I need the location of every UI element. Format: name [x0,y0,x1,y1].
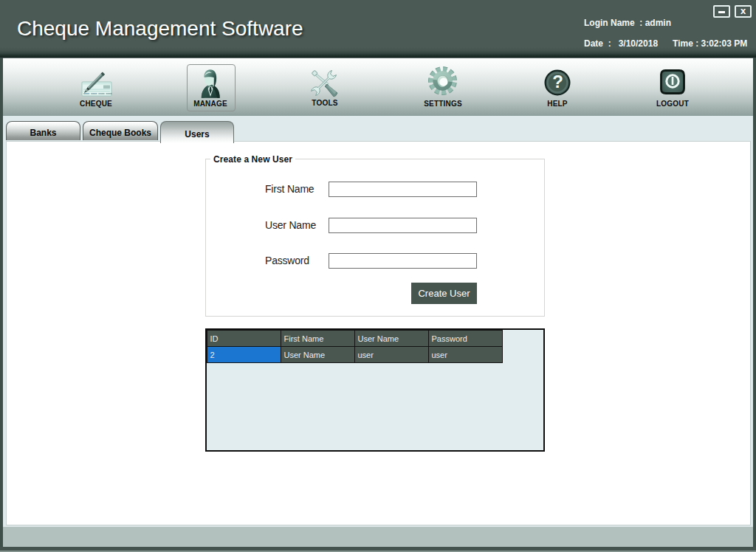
svg-text:0000 0000 0000 0000: 0000 0000 0000 0000 [83,92,112,95]
svg-text:?: ? [552,72,563,92]
